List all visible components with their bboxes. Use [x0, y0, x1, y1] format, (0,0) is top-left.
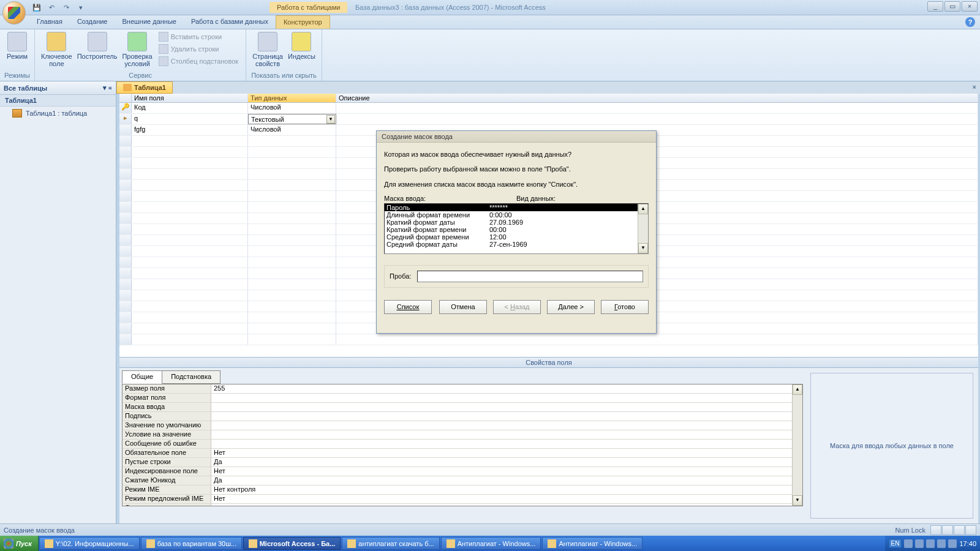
- property-value[interactable]: [211, 504, 802, 506]
- taskbar-item[interactable]: Y:\02. Информационны...: [39, 537, 140, 550]
- tray-icon[interactable]: [915, 539, 924, 548]
- field-name-cell[interactable]: [132, 246, 248, 257]
- field-type-cell[interactable]: [248, 290, 336, 301]
- dropdown-icon[interactable]: ▼: [326, 115, 335, 124]
- row-selector[interactable]: [119, 235, 132, 246]
- row-selector[interactable]: [119, 213, 132, 223]
- field-type-cell[interactable]: [248, 257, 336, 268]
- field-type-cell[interactable]: [248, 323, 336, 334]
- field-type-cell[interactable]: [248, 136, 336, 146]
- clock[interactable]: 17:40: [959, 540, 976, 547]
- insert-rows-button[interactable]: Вставить строки: [157, 31, 239, 43]
- property-value[interactable]: Нет контроля: [211, 485, 802, 494]
- property-value[interactable]: Нет: [211, 467, 802, 476]
- property-value[interactable]: [211, 412, 802, 421]
- save-icon[interactable]: 💾: [31, 1, 43, 13]
- office-button[interactable]: [2, 1, 26, 24]
- field-name-cell[interactable]: [132, 290, 248, 301]
- delete-rows-button[interactable]: Удалить строки: [157, 43, 239, 55]
- property-value[interactable]: Нет: [211, 495, 802, 503]
- field-name-cell[interactable]: [132, 279, 248, 290]
- row-selector[interactable]: [119, 147, 132, 157]
- tab-lookup[interactable]: Подстановка: [162, 370, 221, 384]
- col-header-type[interactable]: Тип данных: [248, 94, 336, 102]
- taskbar-item[interactable]: Microsoft Access - Ба...: [243, 537, 341, 550]
- field-name-cell[interactable]: [132, 224, 248, 234]
- property-row[interactable]: Подпись: [123, 412, 802, 421]
- field-name-cell[interactable]: [132, 191, 248, 201]
- property-value[interactable]: [211, 440, 802, 448]
- row-selector[interactable]: [119, 301, 132, 312]
- field-type-cell[interactable]: Текстовый▼: [248, 114, 336, 124]
- mask-list-item[interactable]: Краткий формат даты27.09.1969: [385, 219, 638, 226]
- property-value[interactable]: [211, 430, 802, 439]
- mask-list-item[interactable]: Краткий формат времени00:00: [385, 226, 638, 233]
- table-row[interactable]: ▸qТекстовый▼: [119, 114, 978, 125]
- row-selector[interactable]: [119, 125, 132, 135]
- tab-external[interactable]: Внешние данные: [115, 15, 184, 29]
- taskbar-item[interactable]: база по вариантам 30ш...: [141, 537, 242, 550]
- scroll-down-icon[interactable]: ▼: [793, 495, 802, 506]
- row-selector[interactable]: [119, 158, 132, 168]
- pivot-chart-view-button[interactable]: [954, 525, 965, 535]
- minimize-button[interactable]: _: [927, 1, 943, 12]
- undo-icon[interactable]: ↶: [45, 1, 58, 13]
- property-row[interactable]: Смарт-теги: [123, 504, 802, 506]
- field-type-cell[interactable]: [248, 279, 336, 290]
- close-button[interactable]: ×: [962, 1, 978, 12]
- tab-create[interactable]: Создание: [70, 15, 115, 29]
- builder-button[interactable]: Построитель: [75, 31, 120, 69]
- property-row[interactable]: Пустые строкиДа: [123, 458, 802, 467]
- row-selector[interactable]: [119, 334, 132, 345]
- row-selector[interactable]: 🔑: [119, 103, 132, 113]
- tray-icon[interactable]: [937, 539, 946, 548]
- qat-customize-icon[interactable]: ▾: [75, 1, 87, 13]
- language-indicator[interactable]: EN: [889, 539, 902, 548]
- property-row[interactable]: Размер поля255: [123, 384, 802, 394]
- property-value[interactable]: [211, 403, 802, 411]
- field-type-cell[interactable]: Числовой: [248, 103, 336, 113]
- taskbar-item[interactable]: Антиплагиат - Windows...: [441, 537, 541, 550]
- col-header-desc[interactable]: Описание: [336, 94, 978, 102]
- scrollbar[interactable]: ▲ ▼: [638, 204, 648, 253]
- restore-button[interactable]: ▭: [944, 1, 960, 12]
- col-header-name[interactable]: Имя поля: [132, 94, 248, 102]
- tray-icon[interactable]: [948, 539, 957, 548]
- field-type-cell[interactable]: [248, 191, 336, 201]
- taskbar-item[interactable]: Антиплагиат - Windows...: [542, 537, 643, 550]
- datasheet-view-button[interactable]: [930, 525, 941, 535]
- field-name-cell[interactable]: [132, 180, 248, 190]
- chevron-down-icon[interactable]: ▾ «: [103, 84, 112, 92]
- property-row[interactable]: Условие на значение: [123, 430, 802, 440]
- row-selector[interactable]: [119, 180, 132, 190]
- table-row[interactable]: [119, 334, 978, 345]
- field-type-cell[interactable]: [248, 213, 336, 223]
- field-type-cell[interactable]: [248, 235, 336, 246]
- lookup-column-button[interactable]: Столбец подстановок: [157, 55, 239, 67]
- validation-button[interactable]: Проверка условий: [119, 31, 154, 69]
- help-icon[interactable]: ?: [965, 17, 975, 27]
- start-button[interactable]: Пуск: [0, 536, 39, 551]
- field-type-cell[interactable]: [248, 147, 336, 157]
- field-desc-cell[interactable]: [336, 103, 978, 113]
- row-selector[interactable]: [119, 136, 132, 146]
- field-name-cell[interactable]: [132, 158, 248, 168]
- field-name-cell[interactable]: [132, 213, 248, 223]
- field-name-cell[interactable]: [132, 136, 248, 146]
- scroll-up-icon[interactable]: ▲: [793, 384, 802, 395]
- tray-icon[interactable]: [904, 539, 913, 548]
- design-view-button[interactable]: [965, 525, 976, 535]
- tab-design[interactable]: Конструктор: [276, 15, 330, 29]
- field-type-cell[interactable]: [248, 180, 336, 190]
- field-name-cell[interactable]: [132, 323, 248, 334]
- property-sheet-button[interactable]: Страница свойств: [250, 31, 285, 69]
- field-name-cell[interactable]: [132, 268, 248, 279]
- nav-header[interactable]: Все таблицы ▾ «: [0, 81, 116, 95]
- field-name-cell[interactable]: [132, 257, 248, 268]
- property-value[interactable]: Да: [211, 458, 802, 467]
- property-value[interactable]: Нет: [211, 449, 802, 457]
- mask-list-item[interactable]: Средний формат даты27-сен-1969: [385, 241, 638, 248]
- mask-list-item[interactable]: Длинный формат времени0:00:00: [385, 211, 638, 219]
- row-selector[interactable]: ▸: [119, 114, 132, 124]
- redo-icon[interactable]: ↷: [60, 1, 72, 13]
